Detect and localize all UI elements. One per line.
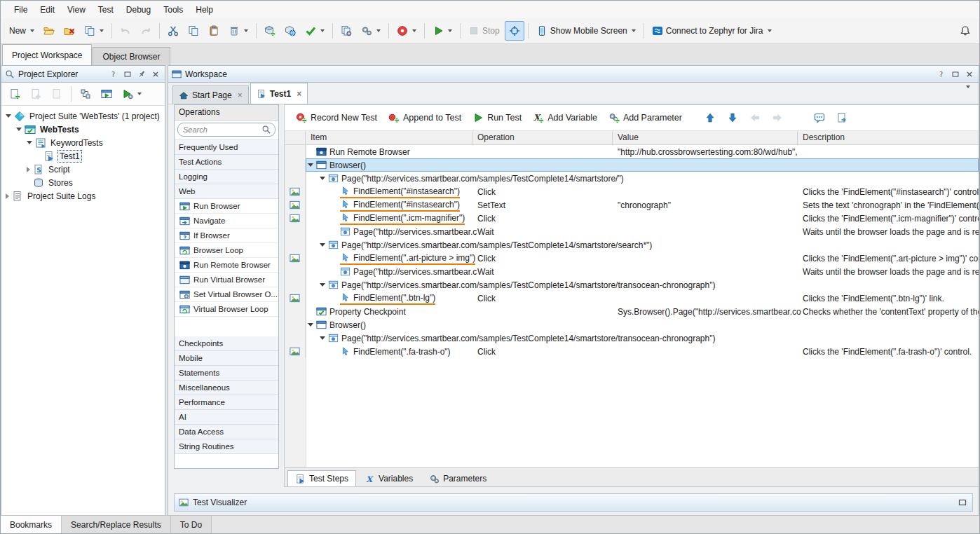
open-button[interactable] <box>39 21 59 41</box>
highlight-object-button[interactable] <box>505 21 524 41</box>
tab-variables[interactable]: XVariables <box>357 470 421 486</box>
close-button[interactable] <box>60 21 79 41</box>
column-header-item[interactable]: Item <box>306 131 472 144</box>
operations-category-checkpoints[interactable]: Checkpoints <box>175 336 278 351</box>
menu-file[interactable]: File <box>8 3 34 17</box>
record-test-button[interactable] <box>393 21 421 41</box>
show-mobile-screen-button[interactable]: Show Mobile Screen <box>532 21 640 41</box>
collapse-icon[interactable] <box>320 336 325 340</box>
connect-zephyr-button[interactable]: Connect to Zephyr for Jira <box>648 21 776 41</box>
menu-test[interactable]: Test <box>92 3 120 17</box>
expand-icon[interactable] <box>6 193 9 199</box>
append-to-test-button[interactable]: Append to Test <box>383 109 466 127</box>
help-button[interactable]: ? <box>107 68 119 80</box>
tab-test-steps[interactable]: Test Steps <box>287 470 356 486</box>
operation-run-browser[interactable]: Run Browser <box>175 199 278 214</box>
operation-navigate[interactable]: Navigate <box>175 214 278 228</box>
operation-virtual-browser-loop[interactable]: Virtual Browser Loop <box>175 302 278 317</box>
tree-item-keywordtests[interactable]: KeywordTests <box>1 136 165 149</box>
add-item-button[interactable] <box>260 21 280 41</box>
operations-category-miscellaneous[interactable]: Miscellaneous <box>175 381 278 395</box>
test-step-row[interactable]: Browser() <box>285 158 979 172</box>
add-variable-button[interactable]: XAdd Variable <box>528 109 602 127</box>
float-button[interactable] <box>121 68 133 80</box>
add-existing-item-button[interactable] <box>26 84 46 104</box>
tab-project-workspace[interactable]: Project Workspace <box>2 44 92 66</box>
column-header-description[interactable]: Description <box>798 131 979 144</box>
operation-run-remote-browser[interactable]: Run Remote Browser <box>175 258 278 273</box>
operations-category-ai[interactable]: AI <box>175 410 278 425</box>
operations-category-web[interactable]: Web <box>175 184 278 199</box>
test-step-row[interactable]: Page("http://services.smartbear.com/samp… <box>285 278 979 292</box>
operations-category-string-routines[interactable]: String Routines <box>175 439 278 454</box>
operations-category-performance[interactable]: Performance <box>175 395 278 410</box>
operation-set-virtual-browser-o[interactable]: Set Virtual Browser O... <box>175 287 278 302</box>
menu-debug[interactable]: Debug <box>120 3 157 17</box>
doc-tab-start-page[interactable]: Start Page× <box>172 85 249 104</box>
collapse-icon[interactable] <box>27 141 32 144</box>
test-step-row[interactable]: Property CheckpointSys.Browser().Page("h… <box>285 305 979 318</box>
operation-run-virtual-browser[interactable]: Run Virtual Browser <box>175 273 278 287</box>
copy-button[interactable] <box>184 21 203 41</box>
add-new-item-button[interactable] <box>5 84 25 104</box>
record-new-test-button[interactable]: Record New Test <box>291 109 382 127</box>
column-header-operation[interactable]: Operation <box>472 131 613 144</box>
comment-button[interactable] <box>809 109 830 127</box>
float-button[interactable] <box>949 68 961 80</box>
test-step-row[interactable]: Page("http://services.smartbear.com/samp… <box>285 172 979 185</box>
save-all-button[interactable] <box>80 21 108 41</box>
expand-icon[interactable] <box>27 167 30 172</box>
close-button[interactable] <box>149 68 161 80</box>
collapse-icon[interactable] <box>320 283 325 287</box>
tree-item-test1[interactable]: Test1 <box>1 149 165 163</box>
status-tab-search-replace-results[interactable]: Search/Replace Results <box>62 516 171 533</box>
tree-item-stores[interactable]: Stores <box>1 176 165 189</box>
column-header-value[interactable]: Value <box>613 131 798 144</box>
move-up-button[interactable] <box>700 109 721 127</box>
collapse-icon[interactable] <box>320 177 325 180</box>
expand-visualizer-button[interactable] <box>956 497 968 509</box>
operations-category-statements[interactable]: Statements <box>175 366 278 381</box>
add-parameter-button[interactable]: Add Parameter <box>604 109 687 127</box>
checkpoint-wizard-button[interactable] <box>301 21 329 41</box>
operation-browser-loop[interactable]: Browser Loop <box>175 243 278 258</box>
tree-item-webtests[interactable]: WebTests <box>1 123 165 136</box>
stop-button[interactable]: Stop <box>464 21 504 41</box>
tab-parameters[interactable]: Parameters <box>421 470 494 486</box>
doc-tab-test1[interactable]: Test1× <box>250 83 308 104</box>
collapse-icon[interactable] <box>6 114 11 118</box>
organize-items-button[interactable] <box>76 84 95 104</box>
tab-list-dropdown-button[interactable] <box>960 88 974 100</box>
test-step-row[interactable]: Page("http://services.smartbear.cWaitWai… <box>285 265 979 278</box>
tree-item-script[interactable]: SScript <box>1 163 165 176</box>
collapse-icon[interactable] <box>308 323 313 327</box>
collapse-icon[interactable] <box>308 163 313 167</box>
redo-button[interactable] <box>136 21 156 41</box>
run-selected-button[interactable] <box>97 84 116 104</box>
menu-help[interactable]: Help <box>189 3 219 17</box>
menu-edit[interactable]: Edit <box>34 3 61 17</box>
run-project-button[interactable] <box>428 21 456 41</box>
undo-button[interactable] <box>116 21 135 41</box>
paste-button[interactable] <box>204 21 224 41</box>
options-button[interactable] <box>357 21 385 41</box>
test-step-row[interactable]: FindElement("#instasearch")ClickClicks t… <box>285 185 979 198</box>
notifications-button[interactable] <box>955 21 975 41</box>
close-tab-icon[interactable]: × <box>297 89 301 99</box>
run-test-button[interactable]: Run Test <box>468 109 526 127</box>
collapse-icon[interactable] <box>320 243 325 247</box>
pin-button[interactable] <box>135 68 147 80</box>
status-tab-bookmarks[interactable]: Bookmarks <box>1 516 62 533</box>
test-step-row[interactable]: Page("http://services.smartbear.com/samp… <box>285 238 979 252</box>
test-step-row[interactable]: FindElement(".icm-magnifier")ClickClicks… <box>285 212 979 225</box>
export-button[interactable] <box>831 109 852 127</box>
compare-files-button[interactable] <box>336 21 356 41</box>
status-tab-to-do[interactable]: To Do <box>171 516 212 533</box>
operations-category-mobile[interactable]: Mobile <box>175 351 278 366</box>
close-tab-icon[interactable]: × <box>238 90 243 100</box>
tree-item-project-suite-logs[interactable]: Project Suite Logs <box>1 189 165 203</box>
run-profile-button[interactable] <box>118 84 146 104</box>
delete-button[interactable] <box>224 21 252 41</box>
tab-object-browser[interactable]: Object Browser <box>93 47 170 66</box>
test-step-row[interactable]: FindElement(".fa-trash-o")ClickClicks th… <box>285 345 979 358</box>
